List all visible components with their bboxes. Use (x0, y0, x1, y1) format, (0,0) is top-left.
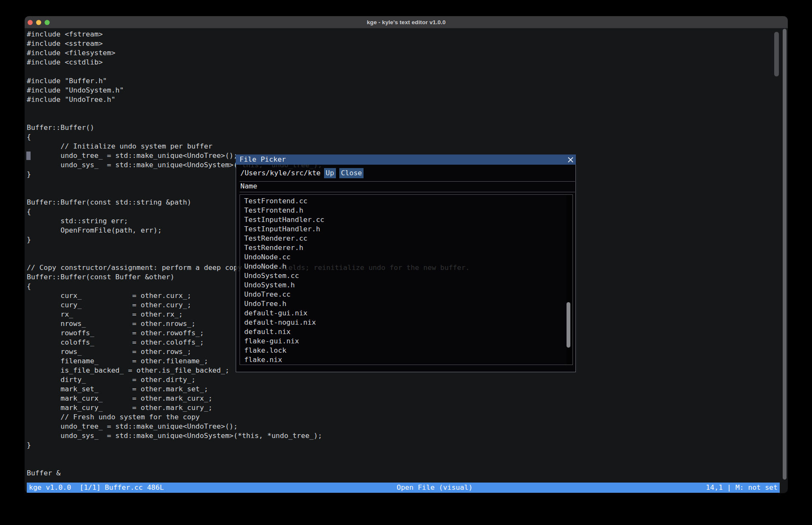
desktop: kge - kyle's text editor v1.0.0 #include… (0, 0, 812, 525)
file-list-item[interactable]: TestFrontend.h (240, 206, 572, 215)
file-list-item[interactable]: TestRenderer.cc (240, 234, 572, 243)
file-list-item[interactable]: flake.nix (240, 355, 572, 365)
current-path: /Users/kyle/src/kte (240, 168, 321, 178)
window-title: kge - kyle's text editor v1.0.0 (25, 16, 788, 28)
window-scrollbar[interactable] (783, 29, 787, 480)
file-list-items: TestFrontend.ccTestFrontend.hTestInputHa… (240, 197, 572, 365)
file-list-item[interactable]: UndoSystem.cc (240, 271, 572, 281)
file-list-item[interactable]: TestFrontend.cc (240, 197, 572, 206)
separator (240, 192, 575, 192)
status-position-text: 14,1 | M: not set (706, 483, 778, 493)
editor-scrollbar-thumb[interactable] (774, 32, 779, 76)
file-picker-dialog: File Picker /Users/kyle/src/kte Up Close… (236, 154, 576, 372)
file-list[interactable]: TestFrontend.ccTestFrontend.hTestInputHa… (240, 194, 573, 365)
text-cursor (26, 152, 31, 160)
file-list-scrollbar-track[interactable] (567, 195, 572, 365)
editor-window: kge - kyle's text editor v1.0.0 #include… (25, 16, 788, 493)
file-list-item[interactable]: flake-gui.nix (240, 337, 572, 346)
close-button[interactable]: Close (339, 168, 364, 178)
window-titlebar: kge - kyle's text editor v1.0.0 (25, 16, 788, 28)
dialog-title: File Picker (240, 155, 286, 163)
x-icon (568, 157, 573, 163)
dialog-path-row: /Users/kyle/src/kte Up Close (236, 168, 575, 178)
file-list-item[interactable]: UndoNode.cc (240, 253, 572, 262)
file-list-item[interactable]: UndoTree.cc (240, 290, 572, 299)
file-list-scrollbar-thumb[interactable] (567, 302, 570, 348)
column-header-name: Name (240, 181, 257, 191)
file-list-item[interactable]: UndoTree.h (240, 299, 572, 309)
file-list-item[interactable]: TestInputHandler.h (240, 225, 572, 234)
up-button[interactable]: Up (324, 168, 336, 178)
status-mode-text: Open File (visual) (397, 483, 473, 493)
file-list-item[interactable]: UndoNode.h (240, 262, 572, 271)
status-left-text: kge v1.0.0 [1/1] Buffer.cc 486L (29, 483, 164, 493)
status-bar: kge v1.0.0 [1/1] Buffer.cc 486L Open Fil… (27, 483, 780, 493)
separator (240, 181, 575, 182)
dialog-titlebar[interactable]: File Picker (236, 154, 576, 165)
file-list-item[interactable]: flake.lock (240, 346, 572, 355)
dialog-close-button[interactable] (567, 156, 574, 163)
file-list-item[interactable]: default-gui.nix (240, 309, 572, 318)
file-list-item[interactable]: UndoSystem.h (240, 281, 572, 290)
file-list-item[interactable]: default.nix (240, 327, 572, 337)
file-list-item[interactable]: TestInputHandler.cc (240, 215, 572, 225)
file-list-item[interactable]: TestRenderer.h (240, 243, 572, 253)
file-list-item[interactable]: default-nogui.nix (240, 318, 572, 327)
